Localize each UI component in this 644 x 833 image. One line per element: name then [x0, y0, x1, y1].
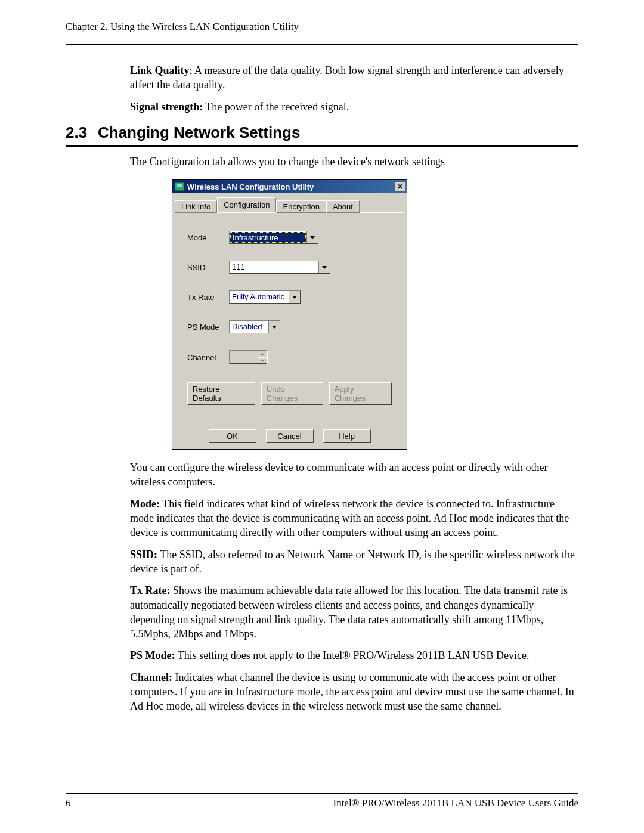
chevron-down-icon	[261, 360, 264, 362]
ssid-value: 111	[230, 261, 318, 273]
undo-changes-button[interactable]: Undo Changes	[261, 382, 323, 405]
chevron-down-icon	[310, 236, 315, 239]
label-psmode: PS Mode	[187, 323, 229, 332]
header-rule	[66, 44, 578, 45]
page-number: 6	[66, 797, 71, 809]
footer-doc-title: Intel® PRO/Wireless 2011B LAN USB Device…	[333, 797, 578, 809]
row-psmode: PS Mode Disabled	[187, 320, 392, 333]
link-quality-label: Link Quality	[130, 64, 190, 76]
row-mode: Mode Infrastructure	[187, 231, 392, 244]
chevron-down-icon	[272, 326, 277, 329]
apply-changes-button[interactable]: Apply Changes	[329, 382, 392, 405]
psmode-def-text: This setting does not apply to the Intel…	[175, 649, 530, 661]
channel-def-label: Channel:	[130, 671, 172, 683]
restore-defaults-button[interactable]: Restore Defaults	[187, 382, 255, 405]
mode-value: Infrastructure	[230, 232, 306, 243]
chevron-down-icon	[292, 296, 297, 299]
page-footer: 6 Intel® PRO/Wireless 2011B LAN USB Devi…	[66, 793, 578, 809]
txrate-value: Fully Automatic	[230, 291, 289, 303]
para-after-dialog: You can configure the wireless device to…	[130, 460, 578, 490]
channel-spinner[interactable]	[229, 350, 268, 364]
close-button[interactable]: ✕	[395, 182, 405, 191]
psmode-def-label: PS Mode:	[130, 649, 175, 661]
tab-about[interactable]: About	[326, 200, 360, 213]
ssid-dropdown-button[interactable]	[318, 261, 330, 273]
row-ssid: SSID 111	[187, 261, 392, 274]
mode-def-text: This field indicates what kind of wirele…	[130, 498, 569, 539]
mode-combo[interactable]: Infrastructure	[229, 231, 318, 244]
help-button[interactable]: Help	[323, 429, 371, 443]
txrate-def-text: Shows the maximum achievable data rate a…	[130, 584, 568, 640]
section-heading: 2.3Changing Network Settings	[66, 123, 578, 142]
ok-button[interactable]: OK	[209, 429, 256, 443]
channel-def-text: Indicates what channel the device is usi…	[130, 671, 574, 713]
para-mode: Mode: This field indicates what kind of …	[130, 497, 578, 540]
section-lead: The Configuration tab allows you to chan…	[130, 154, 578, 169]
psmode-dropdown-button[interactable]	[268, 321, 280, 333]
ssid-combo[interactable]: 111	[229, 261, 330, 274]
wlan-config-dialog: Wireless LAN Configuration Utility ✕ Lin…	[172, 179, 407, 450]
channel-down-button[interactable]	[258, 357, 267, 364]
signal-strength-label: Signal strength:	[130, 101, 203, 113]
label-txrate: Tx Rate	[187, 293, 229, 302]
para-psmode: PS Mode: This setting does not apply to …	[130, 648, 578, 662]
label-ssid: SSID	[187, 263, 229, 272]
link-quality-text: : A measure of the data quality. Both lo…	[130, 64, 564, 91]
psmode-value: Disabled	[230, 321, 268, 333]
para-txrate: Tx Rate: Shows the maximum achievable da…	[130, 583, 578, 641]
cancel-button[interactable]: Cancel	[266, 429, 314, 443]
psmode-combo[interactable]: Disabled	[229, 320, 280, 333]
label-mode: Mode	[187, 233, 229, 242]
row-channel: Channel	[187, 350, 392, 364]
dialog-title: Wireless LAN Configuration Utility	[187, 182, 395, 191]
para-channel: Channel: Indicates what channel the devi…	[130, 670, 578, 714]
txrate-dropdown-button[interactable]	[289, 291, 300, 303]
dialog-bottom-buttons: OK Cancel Help	[172, 425, 407, 449]
tab-link-info[interactable]: Link Info	[175, 200, 217, 213]
tab-strip: Link Info Configuration Encryption About	[172, 193, 407, 212]
signal-strength-text: The power of the received signal.	[203, 101, 349, 113]
txrate-combo[interactable]: Fully Automatic	[229, 290, 301, 304]
para-link-quality: Link Quality: A measure of the data qual…	[130, 63, 578, 92]
app-icon	[175, 182, 184, 191]
chevron-up-icon	[261, 353, 264, 355]
tab-encryption[interactable]: Encryption	[276, 200, 326, 213]
channel-up-button[interactable]	[258, 351, 267, 357]
tab-configuration[interactable]: Configuration	[217, 197, 276, 212]
chevron-down-icon	[322, 266, 327, 269]
dialog-titlebar[interactable]: Wireless LAN Configuration Utility ✕	[172, 180, 407, 193]
section-rule	[66, 145, 578, 147]
para-signal-strength: Signal strength: The power of the receiv…	[130, 100, 578, 114]
txrate-def-label: Tx Rate:	[130, 584, 170, 596]
close-icon: ✕	[397, 183, 403, 190]
running-header: Chapter 2. Using the Wireless LAN Config…	[66, 21, 578, 33]
para-ssid: SSID: The SSID, also referred to as Netw…	[130, 547, 578, 577]
label-channel: Channel	[187, 353, 229, 362]
section-title: Changing Network Settings	[98, 123, 300, 141]
row-txrate: Tx Rate Fully Automatic	[187, 290, 392, 304]
tab-panel-configuration: Mode Infrastructure SSID 111	[175, 212, 404, 422]
channel-value	[230, 351, 258, 364]
section-number: 2.3	[66, 123, 98, 142]
ssid-def-label: SSID:	[130, 549, 157, 561]
mode-dropdown-button[interactable]	[306, 231, 318, 243]
ssid-def-text: The SSID, also referred to as Network Na…	[130, 549, 575, 575]
panel-button-row: Restore Defaults Undo Changes Apply Chan…	[187, 382, 392, 405]
mode-def-label: Mode:	[130, 498, 160, 510]
